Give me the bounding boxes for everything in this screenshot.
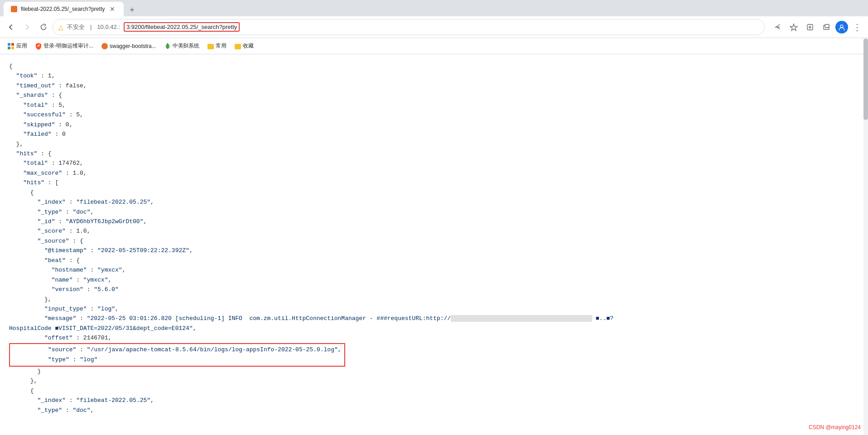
bookmark-changyong[interactable]: 常用 xyxy=(204,40,230,52)
tab-favicon xyxy=(11,6,17,12)
navigation-bar: △ 不安全 | 10.0.42.: 3:9200/filebeat-2022.0… xyxy=(0,16,868,38)
back-button[interactable] xyxy=(4,20,18,34)
profile-avatar[interactable] xyxy=(835,21,848,33)
security-label: 不安全 xyxy=(67,23,85,31)
url-path-highlighted: 3:9200/filebeat-2022.05.25/_search?prett… xyxy=(124,22,240,32)
tab-close-button[interactable]: ✕ xyxy=(108,5,116,13)
window-controls[interactable] xyxy=(819,20,834,34)
browser-frame: filebeat-2022.05.25/_search?pretty ✕ + △… xyxy=(0,0,868,54)
url-separator: | xyxy=(90,24,92,30)
json-content: { "took" : 1, "timed_out" : false, "_sha… xyxy=(9,62,859,415)
apps-button[interactable]: 应用 xyxy=(4,40,31,52)
nav-right-icons: ⋮ xyxy=(770,20,864,34)
folder-icon-changyong xyxy=(207,44,214,49)
active-tab[interactable]: filebeat-2022.05.25/_search?pretty ✕ xyxy=(4,2,124,16)
tab-bar: filebeat-2022.05.25/_search?pretty ✕ + xyxy=(0,0,868,16)
security-icon: △ xyxy=(58,24,63,31)
url-host: 10.0.42.: xyxy=(97,24,120,30)
bookmark-changyong-label: 常用 xyxy=(216,42,227,50)
svg-rect-2 xyxy=(825,24,829,28)
bookmark-denglu[interactable]: 登录-明御运维审计... xyxy=(32,40,97,52)
bookmark-swagger[interactable]: swagger-bootstra... xyxy=(98,41,160,51)
share-button[interactable] xyxy=(770,20,785,34)
apps-label: 应用 xyxy=(16,42,27,50)
bookmark-swagger-label: swagger-bootstra... xyxy=(110,43,156,49)
svg-rect-4 xyxy=(8,43,10,46)
csdn-badge: CSDN @maying0124 xyxy=(809,424,861,430)
bookmark-bi[interactable]: 中美BI系统 xyxy=(161,40,203,52)
bookmarks-bar: 应用 登录-明御运维审计... swagger-bootstra... 中美BI… xyxy=(0,38,868,54)
svg-point-3 xyxy=(840,25,843,28)
content-area: { "took" : 1, "timed_out" : false, "_sha… xyxy=(0,54,868,435)
svg-rect-7 xyxy=(11,47,14,49)
scrollbar-track[interactable] xyxy=(863,38,868,435)
folder-icon-shoucang xyxy=(235,44,241,49)
bookmark-star-button[interactable] xyxy=(786,20,801,34)
new-tab-button[interactable]: + xyxy=(125,4,138,16)
tab-title: filebeat-2022.05.25/_search?pretty xyxy=(21,6,105,12)
menu-button[interactable]: ⋮ xyxy=(850,20,864,34)
scrollbar-thumb[interactable] xyxy=(863,38,868,120)
bookmark-denglu-label: 登录-明御运维审计... xyxy=(43,42,93,50)
bookmark-shoucang-label: 收藏 xyxy=(243,42,254,50)
address-bar[interactable]: △ 不安全 | 10.0.42.: 3:9200/filebeat-2022.0… xyxy=(53,19,765,35)
svg-rect-6 xyxy=(8,47,10,49)
svg-rect-5 xyxy=(11,43,14,46)
forward-button[interactable] xyxy=(20,20,34,34)
bookmark-shoucang[interactable]: 收藏 xyxy=(231,40,257,52)
reload-button[interactable] xyxy=(36,20,51,34)
extensions-button[interactable] xyxy=(803,20,817,34)
bookmark-bi-label: 中美BI系统 xyxy=(173,42,199,50)
